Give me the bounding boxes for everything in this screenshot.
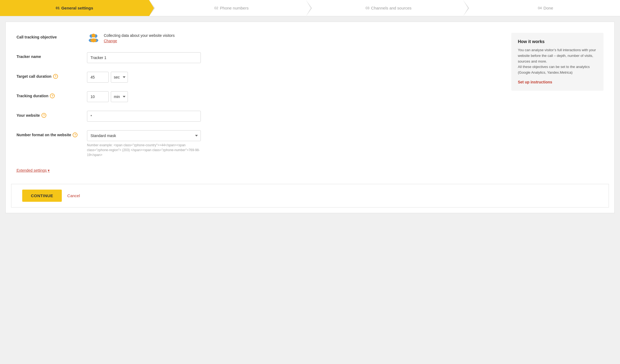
target-call-duration-group: sec min (87, 72, 500, 83)
target-call-input[interactable] (87, 72, 109, 83)
form-body: Call tracking objective (17, 33, 603, 181)
target-call-row: Target call duration ? sec min (17, 72, 500, 83)
number-format-hint: Number example: <span class="zphone-coun… (87, 143, 201, 157)
continue-button[interactable]: CONTINUE (22, 190, 62, 202)
objective-row: Call tracking objective (17, 33, 500, 44)
people-icon (87, 33, 100, 44)
number-format-control: Standard mask Custom Number example: <sp… (87, 130, 500, 157)
objective-label: Call tracking objective (17, 33, 87, 39)
step-2-num: 02 (214, 6, 218, 10)
tracking-duration-unit-select[interactable]: min sec hr (111, 91, 128, 102)
form-right: How it works You can analyse visitor’s f… (511, 33, 603, 181)
target-call-label: Target call duration ? (17, 72, 87, 79)
website-help-icon[interactable]: ? (41, 113, 46, 118)
wizard-step-4[interactable]: 04 Done (463, 0, 620, 16)
website-control (87, 111, 500, 122)
svg-point-4 (92, 34, 95, 37)
objective-description: Collecting data about your website visit… (104, 33, 175, 38)
how-it-works-box: How it works You can analyse visitor’s f… (511, 33, 603, 91)
step-3-label: Channels and sources (371, 6, 411, 10)
target-call-control: sec min (87, 72, 500, 83)
wizard-step-3[interactable]: 03 Channels and sources (306, 0, 463, 16)
step-3-num: 03 (366, 6, 369, 10)
target-call-unit-select[interactable]: sec min (111, 72, 128, 83)
wizard-step-1[interactable]: 01 General settings (0, 0, 149, 16)
setup-instructions-link[interactable]: Set up instructions (518, 80, 552, 84)
how-it-works-description: You can analyse visitor’s full interacti… (518, 47, 597, 76)
website-row: Your website ? (17, 111, 500, 122)
tracking-duration-row: Tracking duration ? min sec hr (17, 91, 500, 102)
cancel-button[interactable]: Cancel (67, 193, 80, 198)
step-2-label: Phone numbers (220, 6, 249, 10)
form-left: Call tracking objective (17, 33, 500, 181)
change-link[interactable]: Change (104, 39, 175, 43)
main-content: Call tracking objective (5, 22, 615, 213)
number-format-help-icon[interactable]: ? (73, 132, 78, 137)
objective-display: Collecting data about your website visit… (87, 33, 500, 44)
step-1-label: General settings (61, 6, 93, 10)
step-1-num: 01 (56, 6, 60, 10)
tracking-duration-input[interactable] (87, 91, 109, 102)
objective-control: Collecting data about your website visit… (87, 33, 500, 44)
step-4-label: Done (544, 6, 553, 10)
tracking-duration-control: min sec hr (87, 91, 500, 102)
number-format-row: Number format on the website ? Standard … (17, 130, 500, 157)
objective-text-block: Collecting data about your website visit… (104, 33, 175, 43)
tracker-name-label: Tracker name (17, 52, 87, 59)
website-input[interactable] (87, 111, 201, 122)
tracker-name-row: Tracker name (17, 52, 500, 63)
wizard-header: 01 General settings 02 Phone numbers 03 … (0, 0, 620, 16)
tracking-duration-help-icon[interactable]: ? (50, 93, 55, 98)
how-it-works-title: How it works (518, 39, 597, 44)
chevron-down-icon: ▾ (48, 168, 50, 173)
tracking-duration-group: min sec hr (87, 91, 500, 102)
footer: CONTINUE Cancel (11, 184, 609, 207)
target-call-help-icon[interactable]: ? (53, 74, 58, 79)
extended-settings-toggle[interactable]: Extended settings ▾ (17, 168, 50, 173)
number-format-select[interactable]: Standard mask Custom (87, 130, 201, 141)
tracker-name-input[interactable] (87, 52, 201, 63)
svg-point-5 (91, 38, 96, 42)
step-4-num: 04 (538, 6, 542, 10)
tracking-duration-label: Tracking duration ? (17, 91, 87, 98)
website-label: Your website ? (17, 111, 87, 118)
number-format-label: Number format on the website ? (17, 130, 87, 137)
tracker-name-control (87, 52, 500, 63)
wizard-step-2[interactable]: 02 Phone numbers (149, 0, 306, 16)
